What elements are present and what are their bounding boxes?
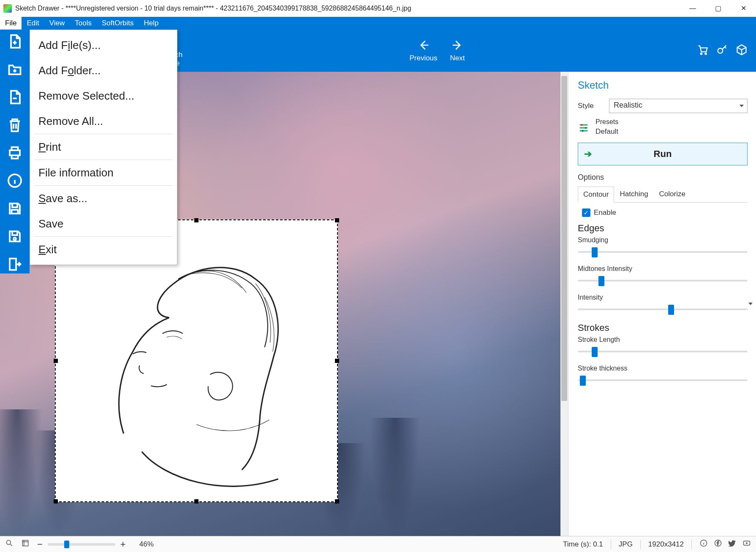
selection-handle[interactable] (194, 218, 199, 222)
twitter-icon (728, 539, 737, 547)
sliders-icon (578, 122, 590, 134)
strokes-heading: Strokes (578, 322, 748, 333)
zoom-percent: 46% (139, 540, 154, 549)
menu-file-info[interactable]: File information (30, 160, 177, 185)
svg-rect-8 (22, 540, 28, 546)
menu-bar: File Edit View Tools SoftOrbits Help (0, 17, 756, 30)
previous-button[interactable]: Previous (409, 39, 437, 62)
zoom-actual-icon (5, 539, 14, 547)
save-toolbar-button[interactable] (5, 227, 24, 246)
selection-handle[interactable] (54, 359, 58, 363)
add-file-toolbar-button[interactable] (5, 32, 24, 51)
zoom-control: − + 46% (37, 539, 154, 550)
remove-selected-toolbar-button[interactable] (5, 88, 24, 106)
status-twitter-button[interactable] (728, 539, 737, 549)
tab-hatching[interactable]: Hatching (614, 186, 653, 202)
presets-value: Default (596, 127, 618, 135)
zoom-out-button[interactable]: − (37, 539, 43, 550)
selection-handle[interactable] (335, 359, 339, 363)
arrow-left-icon (417, 39, 430, 51)
menu-add-folder[interactable]: Add Folder... (30, 58, 177, 83)
zoom-in-button[interactable]: + (120, 539, 126, 550)
menu-save-as[interactable]: Save as... (30, 186, 177, 211)
stroke-thickness-slider[interactable] (578, 375, 748, 386)
options-label: Options (578, 173, 748, 182)
window-controls: — ▢ ✕ (680, 0, 756, 17)
save-icon (7, 229, 22, 244)
scrollbar-thumb[interactable] (561, 76, 567, 401)
menu-remove-selected[interactable]: Remove Selected... (30, 83, 177, 108)
cart-icon (697, 44, 709, 56)
zoom-fit-button[interactable] (21, 539, 30, 549)
next-button[interactable]: Next (450, 39, 465, 62)
background-decoration (370, 418, 420, 536)
status-facebook-button[interactable] (714, 539, 722, 549)
enable-row: ✓ Enable (582, 208, 748, 217)
presets-select[interactable]: Default (596, 127, 748, 136)
menu-edit[interactable]: Edit (22, 17, 44, 30)
close-button[interactable]: ✕ (731, 0, 756, 17)
stroke-length-label: Stroke Length (578, 336, 748, 344)
menu-tools[interactable]: Tools (70, 17, 97, 30)
enable-checkbox[interactable]: ✓ (582, 208, 590, 217)
svg-point-0 (701, 53, 702, 54)
exit-toolbar-button[interactable] (5, 255, 24, 273)
stroke-thickness-label: Stroke thickness (578, 365, 748, 372)
file-dropdown-menu: Add File(s)... Add Folder... Remove Sele… (30, 30, 177, 265)
zoom-slider[interactable] (48, 543, 115, 546)
tab-contour[interactable]: Contour (578, 187, 614, 203)
maximize-button[interactable]: ▢ (705, 0, 731, 17)
style-value: Realistic (614, 101, 642, 109)
menu-save[interactable]: Save (30, 211, 177, 236)
svg-point-6 (582, 130, 584, 132)
info-toolbar-button[interactable] (5, 171, 24, 190)
status-bar: − + 46% Time (s): 0.1 JPG 1920x3412 (0, 536, 756, 552)
run-label: Run (654, 149, 672, 160)
presets-settings-button[interactable] (578, 122, 590, 136)
menu-help[interactable]: Help (139, 17, 164, 30)
key-button[interactable] (716, 44, 728, 57)
menu-exit[interactable]: Exit (30, 237, 177, 262)
menu-add-files[interactable]: Add File(s)... (30, 32, 177, 58)
enable-label: Enable (594, 208, 616, 217)
presets-label: Presets (596, 118, 748, 126)
status-info-button[interactable] (699, 539, 708, 549)
menu-softorbits[interactable]: SoftOrbits (97, 17, 139, 30)
key-icon (716, 44, 728, 56)
style-select[interactable]: Realistic (609, 99, 748, 113)
previous-label: Previous (409, 54, 437, 62)
selection-handle[interactable] (54, 499, 58, 503)
info-circle-icon (699, 539, 708, 547)
svg-point-5 (585, 127, 587, 129)
selection-handle[interactable] (194, 499, 199, 503)
menu-remove-all[interactable]: Remove All... (30, 108, 177, 134)
minimize-button[interactable]: — (680, 0, 705, 17)
cart-button[interactable] (697, 44, 709, 57)
sketch-preview (60, 225, 333, 497)
edges-heading: Edges (578, 223, 748, 234)
smudging-slider[interactable] (578, 246, 748, 257)
zoom-actual-button[interactable] (5, 539, 14, 549)
menu-print[interactable]: Print (30, 134, 177, 160)
tab-colorize[interactable]: Colorize (654, 186, 691, 202)
exit-icon (7, 257, 22, 272)
options-tabs: Contour Hatching Colorize (578, 186, 748, 203)
stroke-length-slider[interactable] (578, 346, 748, 357)
package-button[interactable] (736, 44, 748, 57)
intensity-label: Intensity (578, 294, 748, 301)
panel-heading: Sketch (578, 79, 748, 91)
menu-view[interactable]: View (44, 17, 70, 30)
midtones-slider[interactable] (578, 275, 748, 286)
print-toolbar-button[interactable] (5, 143, 24, 162)
status-youtube-button[interactable] (742, 539, 751, 549)
menu-file[interactable]: File (0, 17, 22, 30)
save-as-toolbar-button[interactable] (5, 199, 24, 218)
add-folder-toolbar-button[interactable] (5, 60, 24, 78)
run-button[interactable]: ➔ Run (578, 143, 748, 165)
chevron-down-icon (748, 303, 753, 305)
vertical-scrollbar[interactable] (560, 72, 568, 536)
intensity-slider[interactable] (578, 304, 748, 315)
selection-handle[interactable] (335, 499, 339, 503)
remove-all-toolbar-button[interactable] (5, 116, 24, 134)
selection-handle[interactable] (335, 218, 339, 222)
